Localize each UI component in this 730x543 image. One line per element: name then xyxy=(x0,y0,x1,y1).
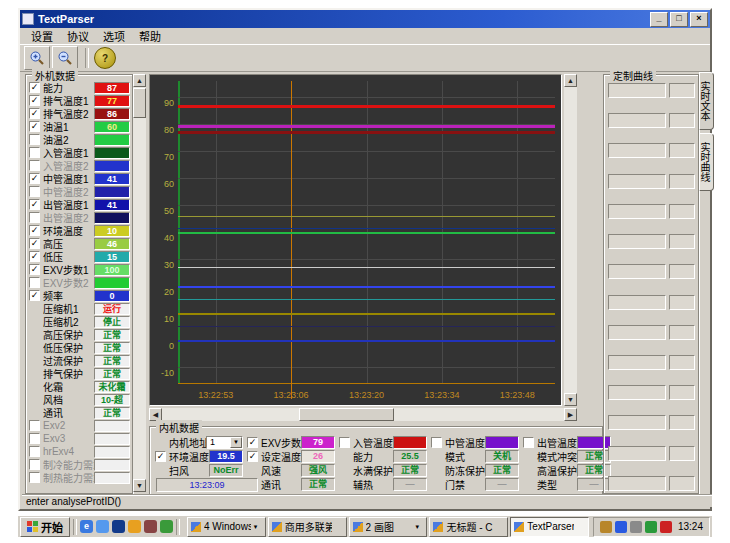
browser-icon[interactable] xyxy=(96,520,109,533)
custom-curve-value-field[interactable] xyxy=(669,234,695,249)
indoor-checkbox[interactable] xyxy=(247,437,258,448)
ie-icon[interactable]: e xyxy=(80,520,93,533)
close-button[interactable]: × xyxy=(690,12,708,27)
item-checkbox[interactable] xyxy=(29,134,40,145)
custom-curve-name-field[interactable] xyxy=(608,325,666,340)
custom-curve-value-field[interactable] xyxy=(669,325,695,340)
indoor-checkbox[interactable] xyxy=(523,437,534,448)
indoor-checkbox[interactable] xyxy=(339,437,350,448)
custom-curve-value-field[interactable] xyxy=(669,446,695,461)
item-checkbox[interactable] xyxy=(29,277,40,288)
maximize-button[interactable]: □ xyxy=(670,12,688,27)
item-checkbox[interactable] xyxy=(29,173,40,184)
custom-curve-name-field[interactable] xyxy=(608,143,666,158)
custom-curve-value-field[interactable] xyxy=(669,174,695,189)
custom-curve-name-field[interactable] xyxy=(608,174,666,189)
item-checkbox[interactable] xyxy=(29,433,40,444)
item-checkbox[interactable] xyxy=(29,459,40,470)
item-checkbox[interactable] xyxy=(29,147,40,158)
item-checkbox[interactable] xyxy=(29,95,40,106)
item-checkbox[interactable] xyxy=(29,108,40,119)
menu-item[interactable]: 设置 xyxy=(24,27,60,45)
taskbar-task-button[interactable]: TextParser ▾ xyxy=(510,517,589,537)
custom-curve-name-field[interactable] xyxy=(608,295,666,310)
custom-curve-value-field[interactable] xyxy=(669,83,695,98)
task-icon xyxy=(191,522,201,532)
side-tab[interactable]: 实时文本 xyxy=(699,72,714,130)
custom-curve-value-field[interactable] xyxy=(669,264,695,279)
side-tab[interactable]: 实时曲线 xyxy=(699,133,714,191)
custom-curve-value-field[interactable] xyxy=(669,295,695,310)
custom-curve-value-field[interactable] xyxy=(669,415,695,430)
pointer-tray-icon[interactable] xyxy=(600,521,612,533)
indoor-checkbox[interactable] xyxy=(155,451,166,462)
item-checkbox[interactable] xyxy=(29,420,40,431)
minimize-button[interactable]: _ xyxy=(650,12,668,27)
item-checkbox[interactable] xyxy=(29,82,40,93)
item-checkbox[interactable] xyxy=(29,121,40,132)
custom-curve-value-field[interactable] xyxy=(669,143,695,158)
zoom-in-button[interactable] xyxy=(24,46,50,70)
plot-area[interactable] xyxy=(178,81,555,383)
update-tray-icon[interactable] xyxy=(630,521,642,533)
help-button[interactable]: ? xyxy=(94,47,116,69)
custom-curve-name-field[interactable] xyxy=(608,83,666,98)
custom-curve-name-field[interactable] xyxy=(608,385,666,400)
start-button[interactable]: 开始 xyxy=(20,517,70,537)
item-checkbox[interactable] xyxy=(29,238,40,249)
taskbar-task-button[interactable]: 2 画图 ▾ xyxy=(349,517,428,537)
item-checkbox[interactable] xyxy=(29,199,40,210)
menu-item[interactable]: 帮助 xyxy=(132,27,168,45)
item-checkbox[interactable] xyxy=(29,225,40,236)
custom-curve-name-field[interactable] xyxy=(608,264,666,279)
task-label: TextParser xyxy=(527,521,574,532)
item-checkbox[interactable] xyxy=(29,472,40,483)
chart-vertical-scrollbar[interactable]: ▲ ▼ xyxy=(564,74,577,406)
custom-curve-value-field[interactable] xyxy=(669,355,695,370)
item-checkbox[interactable] xyxy=(29,212,40,223)
alarm-tray-icon[interactable] xyxy=(660,521,672,533)
green-app-icon[interactable] xyxy=(160,520,173,533)
menu-item[interactable]: 协议 xyxy=(60,27,96,45)
folder-app-icon[interactable] xyxy=(128,520,141,533)
zoom-out-button[interactable] xyxy=(52,46,78,70)
scroll-down-button[interactable]: ▼ xyxy=(133,479,146,492)
custom-curve-name-field[interactable] xyxy=(608,355,666,370)
taskbar-task-button[interactable]: 无标题 - C... ▾ xyxy=(429,517,508,537)
indoor-checkbox[interactable] xyxy=(431,437,442,448)
custom-curve-value-field[interactable] xyxy=(669,476,695,491)
menu-item[interactable]: 选项 xyxy=(96,27,132,45)
scroll-up-button[interactable]: ▲ xyxy=(133,74,146,87)
custom-curve-name-field[interactable] xyxy=(608,446,666,461)
custom-curve-name-field[interactable] xyxy=(608,415,666,430)
chart-scroll-up-button[interactable]: ▲ xyxy=(564,74,577,87)
item-checkbox[interactable] xyxy=(29,160,40,171)
chart-scroll-right-button[interactable]: ▶ xyxy=(564,408,577,421)
messenger-tray-icon[interactable] xyxy=(615,521,627,533)
scroll-thumb[interactable] xyxy=(133,88,146,118)
titlebar[interactable]: TextParser _ □ × xyxy=(20,10,710,28)
antivirus-tray-icon[interactable] xyxy=(645,521,657,533)
item-checkbox[interactable] xyxy=(29,290,40,301)
custom-curve-value-field[interactable] xyxy=(669,385,695,400)
custom-curve-name-field[interactable] xyxy=(608,234,666,249)
outdoor-scrollbar[interactable]: ▲ ▼ xyxy=(133,74,146,492)
item-checkbox[interactable] xyxy=(29,186,40,197)
custom-curve-name-field[interactable] xyxy=(608,476,666,491)
custom-curve-value-field[interactable] xyxy=(669,113,695,128)
indoor-cell: 水满保护 正常 xyxy=(339,463,427,477)
media-player-icon[interactable] xyxy=(144,520,157,533)
item-checkbox[interactable] xyxy=(29,251,40,262)
indoor-checkbox[interactable] xyxy=(247,451,258,462)
custom-curve-name-field[interactable] xyxy=(608,204,666,219)
msn-icon[interactable] xyxy=(112,520,125,533)
taskbar-task-button[interactable]: 4 Windows... ▾ xyxy=(187,517,266,537)
custom-curve-name-field[interactable] xyxy=(608,113,666,128)
chart-scroll-down-button[interactable]: ▼ xyxy=(564,393,577,406)
item-checkbox[interactable] xyxy=(29,446,40,457)
custom-curve-value-field[interactable] xyxy=(669,204,695,219)
item-checkbox[interactable] xyxy=(29,264,40,275)
chart-horizontal-scrollbar[interactable]: ◀ ▶ xyxy=(149,408,577,421)
chart-scroll-thumb[interactable] xyxy=(299,408,394,421)
taskbar-task-button[interactable]: 商用多联第... ▾ xyxy=(268,517,347,537)
